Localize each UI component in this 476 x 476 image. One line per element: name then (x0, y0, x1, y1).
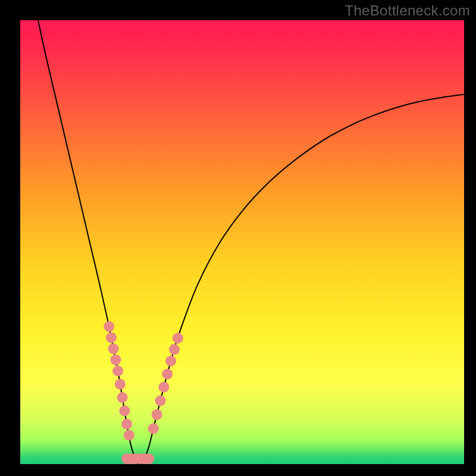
bottleneck-curve (38, 20, 464, 464)
data-dot (121, 419, 132, 430)
data-dot (158, 382, 169, 393)
data-dot (119, 405, 130, 416)
plot-area (20, 20, 464, 464)
data-dot (148, 423, 159, 434)
data-dot (117, 392, 128, 403)
data-dot (143, 453, 154, 464)
data-dot (112, 365, 123, 376)
data-dot (173, 333, 183, 343)
data-dot (152, 409, 162, 420)
data-dot (155, 395, 166, 406)
data-dot (115, 379, 126, 390)
curve-layer (20, 20, 464, 464)
data-dot (124, 430, 134, 441)
watermark-text: TheBottleneck.com (345, 2, 470, 19)
data-dot (104, 321, 114, 332)
data-dot (165, 356, 176, 367)
data-dot (162, 369, 173, 380)
data-dot (106, 332, 117, 343)
chart-frame: TheBottleneck.com (0, 0, 476, 476)
data-dot (110, 355, 121, 365)
data-dot (108, 343, 119, 354)
data-dot (169, 344, 180, 355)
